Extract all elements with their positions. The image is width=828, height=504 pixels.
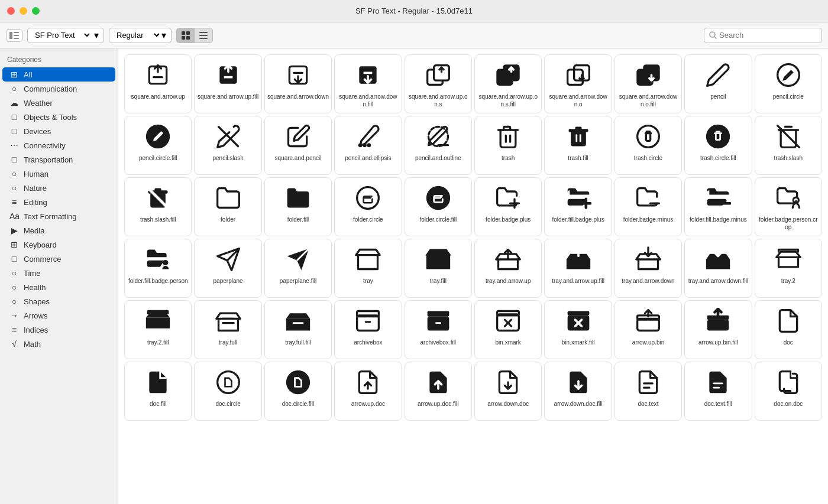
sidebar-item-objects[interactable]: □Objects & Tools bbox=[2, 110, 115, 124]
svg-rect-38 bbox=[571, 131, 586, 147]
icon-cell-folder.badge.person.crop[interactable]: folder.badge.person.crop bbox=[755, 177, 822, 236]
icon-cell-folder.circle.fill[interactable]: folder.circle.fill bbox=[405, 177, 472, 236]
icon-cell-doc.text[interactable]: doc.text bbox=[614, 362, 682, 421]
sidebar-icon: ☁ bbox=[9, 98, 19, 108]
sidebar-item-commerce[interactable]: □Commerce bbox=[2, 252, 115, 266]
icon-cell-arrow.up.doc[interactable]: arrow.up.doc bbox=[334, 362, 402, 421]
list-view-button[interactable] bbox=[195, 28, 212, 43]
icon-cell-square.and.arrow.up.on.s.fill[interactable]: square.and.arrow.up.on.s.fill bbox=[474, 54, 542, 113]
icon-cell-paperplane.fill[interactable]: paperplane.fill bbox=[264, 239, 332, 298]
sidebar-item-editing[interactable]: ≡Editing bbox=[2, 195, 115, 209]
sidebar-item-math[interactable]: √Math bbox=[2, 337, 115, 351]
icon-cell-tray.2.fill[interactable]: tray.2.fill bbox=[124, 300, 192, 359]
icon-cell-square.and.pencil[interactable]: square.and.pencil bbox=[264, 116, 332, 175]
grid-view-button[interactable] bbox=[177, 28, 195, 43]
icon-cell-tray.full.fill[interactable]: tray.full.fill bbox=[264, 300, 332, 359]
sidebar-item-keyboard[interactable]: ⊞Keyboard bbox=[2, 238, 115, 252]
icon-cell-pencil.and.ellipsis[interactable]: pencil.and.ellipsis bbox=[334, 116, 402, 175]
icon-cell-tray[interactable]: tray bbox=[334, 239, 402, 298]
icon-cell-folder.fill[interactable]: folder.fill bbox=[264, 177, 332, 236]
icon-cell-trash.circle.fill[interactable]: trash.circle.fill bbox=[684, 116, 752, 175]
icon-cell-tray.and.arrow.up.fill[interactable]: tray.and.arrow.up.fill bbox=[544, 239, 612, 298]
icon-cell-pencil[interactable]: pencil bbox=[684, 54, 752, 113]
icon-label-folder.badge.person.crop: folder.badge.person.crop bbox=[758, 216, 819, 231]
sidebar-item-human[interactable]: ○Human bbox=[2, 167, 115, 181]
icon-cell-folder.circle[interactable]: folder.circle bbox=[334, 177, 402, 236]
icon-cell-pencil.circle.fill[interactable]: pencil.circle.fill bbox=[124, 116, 192, 175]
svg-rect-25 bbox=[567, 70, 583, 85]
icon-cell-pencil.circle[interactable]: pencil.circle bbox=[755, 54, 822, 113]
minimize-button[interactable] bbox=[20, 7, 27, 15]
font-family-select[interactable]: SF Pro Text bbox=[33, 30, 92, 40]
icon-cell-bin.xmark[interactable]: bin.xmark bbox=[474, 300, 542, 359]
font-style-selector[interactable]: Regular ▾ bbox=[109, 28, 172, 43]
icon-cell-doc.circle[interactable]: doc.circle bbox=[194, 362, 261, 421]
sidebar-item-media[interactable]: ▶Media bbox=[2, 223, 115, 238]
icon-cell-trash[interactable]: trash bbox=[474, 116, 542, 175]
icon-cell-tray.and.arrow.down.fill[interactable]: tray.and.arrow.down.fill bbox=[684, 239, 752, 298]
icon-cell-tray.2[interactable]: tray.2 bbox=[755, 239, 822, 298]
sidebar-item-communication[interactable]: ○Communication bbox=[2, 82, 115, 96]
icon-cell-square.and.arrow.down.fill[interactable]: square.and.arrow.down.fill bbox=[334, 54, 402, 113]
icon-cell-square.and.arrow.down[interactable]: square.and.arrow.down bbox=[264, 54, 332, 113]
icon-cell-pencil.slash[interactable]: pencil.slash bbox=[194, 116, 261, 175]
icon-cell-square.and.arrow.down.o.fill[interactable]: square.and.arrow.down.o.fill bbox=[614, 54, 682, 113]
icon-image-doc.circle bbox=[213, 367, 244, 398]
font-family-selector[interactable]: SF Pro Text ▾ bbox=[27, 28, 104, 43]
icon-cell-trash.circle[interactable]: trash.circle bbox=[614, 116, 682, 175]
sidebar-item-devices[interactable]: □Devices bbox=[2, 124, 115, 138]
icon-cell-trash.fill[interactable]: trash.fill bbox=[544, 116, 612, 175]
icon-cell-pencil.and.outline[interactable]: pencil.and.outline bbox=[405, 116, 472, 175]
sidebar-item-connectivity[interactable]: ⋯Connectivity bbox=[2, 138, 115, 152]
icon-cell-paperplane[interactable]: paperplane bbox=[194, 239, 261, 298]
icon-cell-arrow.up.bin.fill[interactable]: arrow.up.bin.fill bbox=[684, 300, 752, 359]
icon-cell-trash.slash.fill[interactable]: trash.slash.fill bbox=[124, 177, 192, 236]
icon-cell-folder.fill.badge.plus[interactable]: folder.fill.badge.plus bbox=[544, 177, 612, 236]
icon-cell-folder[interactable]: folder bbox=[194, 177, 261, 236]
icon-cell-archivebox[interactable]: archivebox bbox=[334, 300, 402, 359]
sidebar-item-health[interactable]: ○Health bbox=[2, 280, 115, 294]
sidebar-item-textformatting[interactable]: AaText Formatting bbox=[2, 209, 115, 223]
icon-label-doc.text: doc.text bbox=[638, 400, 658, 408]
icon-cell-arrow.down.doc.fill[interactable]: arrow.down.doc.fill bbox=[544, 362, 612, 421]
sidebar-item-time[interactable]: ○Time bbox=[2, 266, 115, 280]
sidebar-item-shapes[interactable]: ○Shapes bbox=[2, 294, 115, 308]
icon-cell-folder.badge.minus[interactable]: folder.badge.minus bbox=[614, 177, 682, 236]
sidebar-item-transportation[interactable]: □Transportation bbox=[2, 152, 115, 167]
icon-cell-arrow.up.doc.fill[interactable]: arrow.up.doc.fill bbox=[405, 362, 472, 421]
maximize-button[interactable] bbox=[32, 7, 40, 15]
icon-cell-square.and.arrow.up.fill[interactable]: square.and.arrow.up.fill bbox=[194, 54, 261, 113]
icon-cell-trash.slash[interactable]: trash.slash bbox=[755, 116, 822, 175]
icon-cell-archivebox.fill[interactable]: archivebox.fill bbox=[405, 300, 472, 359]
icon-cell-folder.fill.badge.person[interactable]: folder.fill.badge.person bbox=[124, 239, 192, 298]
icon-cell-tray.full[interactable]: tray.full bbox=[194, 300, 261, 359]
sidebar-item-indices[interactable]: ≡Indices bbox=[2, 323, 115, 337]
sidebar-item-all[interactable]: ⊞All bbox=[2, 67, 115, 82]
sidebar-toggle-button[interactable] bbox=[6, 29, 22, 42]
search-input[interactable] bbox=[719, 31, 814, 40]
icon-cell-folder.fill.badge.minus[interactable]: folder.fill.badge.minus bbox=[684, 177, 752, 236]
icon-cell-arrow.up.bin[interactable]: arrow.up.bin bbox=[614, 300, 682, 359]
icon-cell-tray.and.arrow.up[interactable]: tray.and.arrow.up bbox=[474, 239, 542, 298]
font-style-select[interactable]: Regular bbox=[114, 30, 161, 40]
sidebar-item-arrows[interactable]: →Arrows bbox=[2, 308, 115, 323]
icon-cell-tray.fill[interactable]: tray.fill bbox=[405, 239, 472, 298]
icon-cell-square.and.arrow.down.o[interactable]: square.and.arrow.down.o bbox=[544, 54, 612, 113]
sidebar-item-nature[interactable]: ○Nature bbox=[2, 181, 115, 195]
icon-image-square.and.arrow.up.fill bbox=[213, 60, 244, 90]
close-button[interactable] bbox=[7, 7, 15, 15]
sidebar-item-weather[interactable]: ☁Weather bbox=[2, 96, 115, 110]
icon-label-trash.slash.fill: trash.slash.fill bbox=[140, 216, 176, 223]
icon-cell-doc.text.fill[interactable]: doc.text.fill bbox=[684, 362, 752, 421]
icon-cell-square.and.arrow.up.on.s[interactable]: square.and.arrow.up.on.s bbox=[405, 54, 472, 113]
icon-cell-square.and.arrow.up[interactable]: square.and.arrow.up bbox=[124, 54, 192, 113]
icon-cell-arrow.down.doc[interactable]: arrow.down.doc bbox=[474, 362, 542, 421]
icon-cell-doc.circle.fill[interactable]: doc.circle.fill bbox=[264, 362, 332, 421]
icon-cell-doc.on.doc[interactable]: doc.on.doc bbox=[755, 362, 822, 421]
icon-cell-folder.badge.plus[interactable]: folder.badge.plus bbox=[474, 177, 542, 236]
icon-label-folder.fill.badge.minus: folder.fill.badge.minus bbox=[690, 216, 747, 223]
icon-cell-tray.and.arrow.down[interactable]: tray.and.arrow.down bbox=[614, 239, 682, 298]
icon-cell-doc[interactable]: doc bbox=[755, 300, 822, 359]
icon-cell-bin.xmark.fill[interactable]: bin.xmark.fill bbox=[544, 300, 612, 359]
icon-cell-doc.fill[interactable]: doc.fill bbox=[124, 362, 192, 421]
